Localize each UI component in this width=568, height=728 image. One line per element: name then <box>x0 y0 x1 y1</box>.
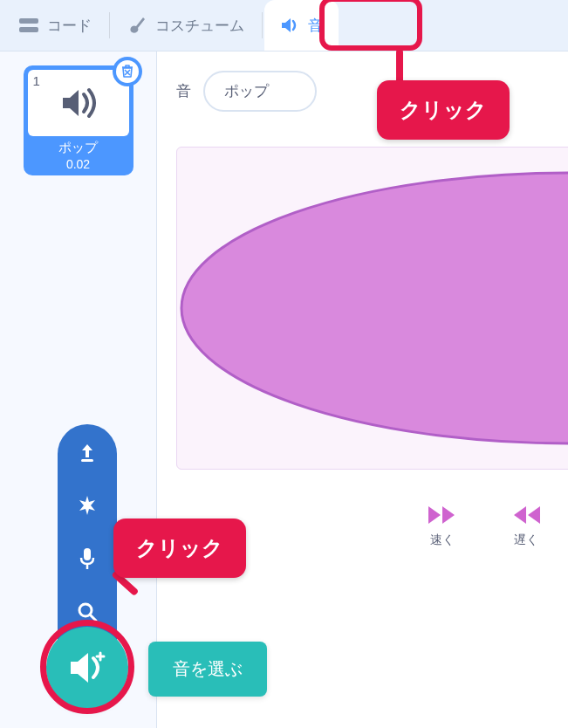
search-icon[interactable] <box>76 601 99 623</box>
annotation-callout-top: クリック <box>377 80 510 140</box>
fast-forward-icon <box>427 505 458 525</box>
tab-code-label: コード <box>47 16 92 36</box>
svg-point-5 <box>79 604 92 616</box>
editor-tabs: コード コスチューム 音 <box>0 0 568 51</box>
tab-sounds[interactable]: 音 <box>264 0 339 51</box>
trash-icon <box>116 60 139 83</box>
record-icon[interactable] <box>77 546 98 571</box>
choose-sound-tooltip[interactable]: 音を選ぶ <box>148 642 267 697</box>
sound-name: ポップ <box>28 140 129 156</box>
code-icon <box>19 17 38 34</box>
svg-rect-0 <box>19 18 38 24</box>
add-sound-button[interactable] <box>46 627 128 709</box>
waveform-shape <box>177 168 568 448</box>
sound-sidebar: 1 ポップ 0.02 <box>0 52 157 728</box>
tab-costumes-label: コスチューム <box>155 16 244 36</box>
waveform-area[interactable] <box>176 147 568 470</box>
tab-costumes[interactable]: コスチューム <box>112 0 260 51</box>
svg-rect-3 <box>84 548 91 560</box>
slower-button[interactable]: 遅く <box>510 505 542 548</box>
rewind-icon <box>510 505 542 525</box>
tab-sounds-label: 音 <box>308 16 323 36</box>
sound-icon <box>280 16 299 35</box>
tab-separator <box>262 12 263 38</box>
sound-name-label: 音 <box>176 81 191 101</box>
slower-label: 遅く <box>514 532 538 548</box>
svg-rect-2 <box>81 459 93 462</box>
brush-icon <box>127 16 147 35</box>
faster-label: 速く <box>430 532 455 548</box>
sound-index: 1 <box>33 73 40 88</box>
speaker-icon <box>59 86 98 120</box>
delete-sound-button[interactable] <box>113 57 142 86</box>
speaker-plus-icon <box>65 646 109 690</box>
svg-point-7 <box>181 173 568 443</box>
upload-icon[interactable] <box>76 442 99 464</box>
annotation-callout-bottom: クリック <box>113 519 246 578</box>
sound-thumbnail[interactable]: 1 ポップ 0.02 <box>24 65 133 175</box>
faster-button[interactable]: 速く <box>427 505 458 548</box>
svg-line-6 <box>91 615 96 621</box>
sound-name-input[interactable]: ポップ <box>203 71 317 112</box>
sound-duration: 0.02 <box>28 157 129 171</box>
tab-code[interactable]: コード <box>3 0 107 51</box>
sound-thumbnail-preview: 1 <box>28 70 129 136</box>
tab-separator <box>109 12 110 38</box>
surprise-icon[interactable] <box>76 494 99 517</box>
sound-editor-main: 音 ポップ 速く 遅く <box>157 52 568 728</box>
svg-rect-1 <box>19 27 38 32</box>
